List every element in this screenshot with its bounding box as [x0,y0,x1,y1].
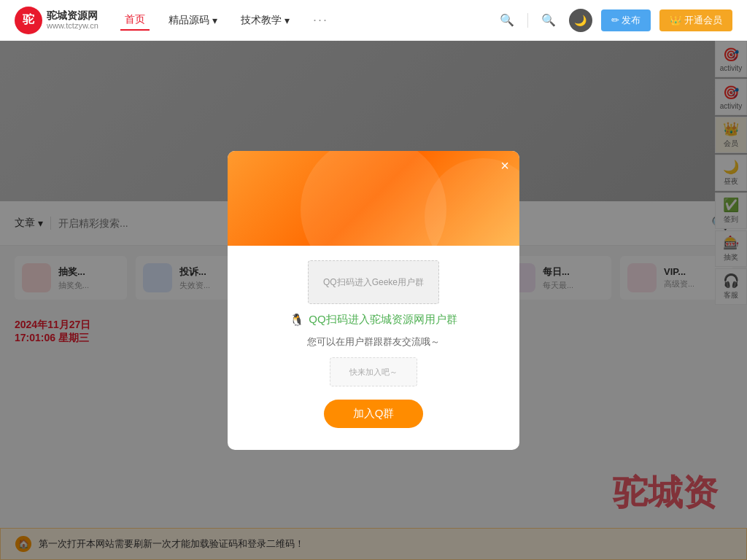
modal-header: × [228,151,519,246]
chevron-down-icon: ▾ [285,15,290,26]
nav-more[interactable]: ··· [309,9,333,31]
qq-qr-image: QQ扫码进入Geeke用户群 [308,260,439,304]
search-icon-2[interactable]: 🔍 [537,9,560,32]
publish-button[interactable]: ✏ 发布 [601,9,651,31]
logo-area[interactable]: 驼 驼城资源网 www.tctzyw.cn [15,7,98,34]
main-nav: 首页 精品源码 ▾ 技术教学 ▾ ··· [120,9,495,31]
search-icon[interactable]: 🔍 [495,9,519,32]
vip-button[interactable]: 👑 开通会员 [659,9,732,31]
join-qq-group-button[interactable]: 加入Q群 [324,400,424,428]
theme-toggle[interactable]: 🌙 [569,9,592,32]
join-qr-image: 快来加入吧～ [330,357,417,386]
header-right: 🔍 🔍 🌙 ✏ 发布 👑 开通会员 [495,9,732,32]
site-name: 驼城资源网 [47,9,98,22]
header: 驼 驼城资源网 www.tctzyw.cn 首页 精品源码 ▾ 技术教学 ▾ ·… [0,0,747,41]
modal-close-button[interactable]: × [500,158,509,173]
logo-text: 驼城资源网 www.tctzyw.cn [47,9,98,31]
nav-premium[interactable]: 精品源码 ▾ [164,11,222,30]
modal-sub-text: 您可以在用户群跟群友交流哦～ [307,335,440,349]
site-url: www.tctzyw.cn [47,21,98,31]
qq-icon: 🐧 [290,313,304,327]
qq-group-label: 🐧 QQ扫码进入驼城资源网用户群 [290,313,457,327]
chevron-down-icon: ▾ [212,15,217,26]
modal-body: QQ扫码进入Geeke用户群 🐧 QQ扫码进入驼城资源网用户群 您可以在用户群跟… [228,246,519,450]
divider [527,13,528,28]
logo-icon: 驼 [15,7,42,34]
qq-group-modal: × QQ扫码进入Geeke用户群 🐧 QQ扫码进入驼城资源网用户群 您可以在用户… [228,151,519,450]
nav-tutorial[interactable]: 技术教学 ▾ [236,11,294,30]
nav-home[interactable]: 首页 [120,10,150,31]
main-content: 文章 ▾ 🔍 抽奖... 抽奖免... 投诉... 失效资... 搜索量 [0,41,747,560]
